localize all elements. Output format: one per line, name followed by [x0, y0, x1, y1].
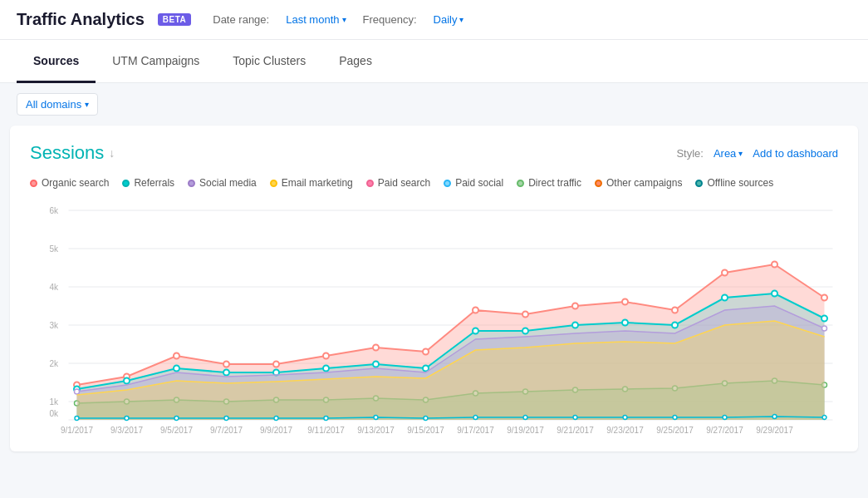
chart-controls: Style: Area Add to dashboard [676, 147, 838, 160]
date-range-label: Date range: [213, 13, 269, 26]
svg-point-17 [223, 362, 229, 367]
svg-text:9/3/2017: 9/3/2017 [110, 426, 143, 435]
add-dashboard-button[interactable]: Add to dashboard [753, 147, 838, 160]
svg-point-69 [324, 417, 328, 421]
tab-sources[interactable]: Sources [17, 41, 96, 83]
legend-label-organic: Organic search [42, 177, 109, 189]
svg-text:9/23/2017: 9/23/2017 [606, 426, 644, 435]
legend-dot-organic [30, 180, 37, 187]
svg-point-57 [622, 320, 628, 326]
svg-text:3k: 3k [50, 321, 60, 330]
svg-text:9/29/2017: 9/29/2017 [756, 426, 793, 435]
svg-point-47 [124, 378, 130, 384]
svg-point-70 [374, 416, 378, 420]
legend-item-social[interactable]: Social media [188, 177, 257, 189]
svg-point-77 [723, 416, 727, 420]
svg-text:2k: 2k [50, 359, 60, 368]
tabs-bar: Sources UTM Campaigns Topic Clusters Pag… [0, 40, 868, 83]
svg-point-56 [572, 323, 578, 328]
svg-text:4k: 4k [50, 283, 60, 292]
svg-point-29 [821, 295, 827, 301]
svg-text:9/19/2017: 9/19/2017 [507, 426, 544, 435]
svg-point-49 [223, 370, 229, 376]
style-label: Style: [676, 147, 704, 160]
header-controls: Date range: Last month Frequency: Daily [213, 13, 463, 26]
tab-topic-clusters[interactable]: Topic Clusters [216, 41, 322, 83]
legend-label-offline: Offline sources [707, 177, 773, 189]
svg-text:5k: 5k [50, 244, 60, 254]
app-title: Traffic Analytics [17, 10, 145, 29]
legend-dot-email [270, 180, 277, 187]
chart-area: 6k 5k 4k 3k 2k 1k 0k [30, 202, 838, 435]
legend-item-other[interactable]: Other campaigns [595, 177, 682, 189]
svg-point-76 [673, 416, 677, 420]
svg-point-71 [424, 417, 428, 421]
chart-container: Sessions ↓ Style: Area Add to dashboard … [10, 126, 858, 451]
svg-point-54 [473, 328, 478, 334]
chart-title-arrow[interactable]: ↓ [109, 146, 115, 160]
tab-pages[interactable]: Pages [322, 41, 389, 83]
svg-text:9/15/2017: 9/15/2017 [407, 426, 444, 435]
svg-point-55 [522, 328, 528, 334]
legend-dot-referrals [122, 180, 130, 187]
svg-text:9/1/2017: 9/1/2017 [61, 426, 93, 435]
legend-label-other: Other campaigns [606, 177, 682, 189]
legend-label-email: Email marketing [282, 177, 353, 189]
svg-text:9/27/2017: 9/27/2017 [706, 426, 743, 435]
svg-point-21 [423, 349, 429, 355]
tab-utm[interactable]: UTM Campaigns [96, 41, 216, 83]
style-selector[interactable]: Area [714, 147, 743, 160]
legend-dot-offline [695, 180, 703, 187]
svg-point-75 [623, 416, 627, 420]
svg-text:9/11/2017: 9/11/2017 [307, 426, 345, 435]
svg-point-72 [473, 416, 478, 420]
chart-svg: 6k 5k 4k 3k 2k 1k 0k [30, 202, 838, 435]
legend-item-referrals[interactable]: Referrals [122, 177, 174, 189]
svg-point-23 [522, 312, 528, 318]
legend-item-paid-social[interactable]: Paid social [444, 177, 503, 189]
svg-text:9/9/2017: 9/9/2017 [260, 426, 292, 435]
legend-item-organic[interactable]: Organic search [30, 177, 109, 189]
svg-text:9/5/2017: 9/5/2017 [160, 426, 193, 435]
svg-point-53 [423, 366, 429, 372]
date-range-selector[interactable]: Last month [286, 13, 346, 26]
svg-point-51 [323, 366, 329, 372]
svg-point-68 [274, 417, 278, 421]
svg-point-28 [772, 262, 777, 268]
svg-point-26 [672, 308, 678, 313]
legend-dot-social [188, 180, 195, 187]
svg-point-22 [473, 308, 478, 313]
legend-item-paid-search[interactable]: Paid search [366, 177, 430, 189]
svg-text:9/7/2017: 9/7/2017 [210, 426, 243, 435]
svg-point-60 [772, 291, 777, 297]
legend-item-offline[interactable]: Offline sources [695, 177, 773, 189]
legend-label-paid-social: Paid social [455, 177, 503, 189]
svg-text:9/21/2017: 9/21/2017 [557, 426, 594, 435]
svg-point-20 [373, 345, 379, 351]
legend-item-direct[interactable]: Direct traffic [517, 177, 581, 189]
svg-point-19 [323, 353, 329, 359]
svg-point-58 [672, 323, 678, 328]
beta-badge: BETA [158, 13, 191, 26]
svg-point-48 [174, 366, 179, 372]
svg-point-62 [75, 389, 80, 394]
svg-text:6k: 6k [50, 206, 60, 215]
legend-dot-other [595, 180, 602, 187]
chart-title: Sessions ↓ [30, 142, 115, 164]
domain-filter-label: All domains [26, 98, 81, 111]
domain-filter[interactable]: All domains [17, 93, 98, 116]
legend-label-direct: Direct traffic [528, 177, 581, 189]
svg-text:9/13/2017: 9/13/2017 [357, 426, 395, 435]
legend: Organic search Referrals Social media Em… [30, 177, 838, 189]
svg-text:1k: 1k [50, 397, 60, 407]
svg-point-59 [722, 295, 728, 301]
svg-point-78 [772, 415, 777, 419]
svg-point-64 [75, 417, 79, 421]
svg-point-73 [523, 416, 527, 420]
frequency-selector[interactable]: Daily [434, 13, 464, 26]
svg-point-24 [572, 303, 578, 309]
legend-dot-paid-search [366, 180, 374, 187]
svg-point-16 [174, 353, 179, 359]
legend-item-email[interactable]: Email marketing [270, 177, 353, 189]
frequency-label: Frequency: [363, 13, 417, 26]
